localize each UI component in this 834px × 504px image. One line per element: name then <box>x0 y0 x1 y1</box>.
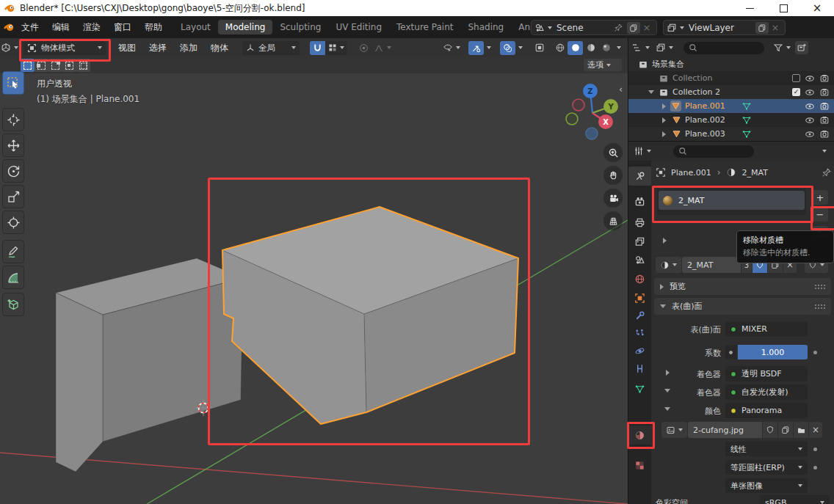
tab-modeling[interactable]: Modeling <box>218 20 273 34</box>
pin-icon[interactable] <box>614 23 623 32</box>
viewlayer-name[interactable]: ViewLayer <box>689 23 751 33</box>
animate-dot-icon[interactable] <box>813 448 817 451</box>
expand-arrow-icon[interactable] <box>662 103 666 109</box>
image-fake-user-button[interactable] <box>763 422 777 438</box>
editor-type-button[interactable] <box>0 41 19 55</box>
overlays-toggle[interactable] <box>500 41 515 55</box>
row-collection-2[interactable]: Collection 2 ✓ <box>628 85 834 99</box>
select-mode-intersect-button[interactable] <box>76 59 90 72</box>
tab-texture-paint[interactable]: Texture Paint <box>389 20 460 34</box>
hide-eye-icon[interactable] <box>805 129 815 139</box>
editor-divider[interactable] <box>628 141 834 142</box>
browse-image-button[interactable] <box>661 422 687 438</box>
pin-icon[interactable] <box>822 167 832 178</box>
outliner-search-input[interactable] <box>683 42 764 54</box>
hide-eye-icon[interactable] <box>805 73 815 84</box>
tab-scene[interactable] <box>628 250 651 269</box>
material-slot-item[interactable]: 2_MAT <box>659 191 805 210</box>
outliner-display-mode-button[interactable] <box>656 43 673 53</box>
color-dropdown[interactable]: Panorama <box>725 403 808 418</box>
tab-view-layer[interactable] <box>628 232 651 251</box>
gizmos-toggle[interactable] <box>468 41 484 55</box>
shading-dropdown[interactable] <box>614 41 624 55</box>
row-plane-001[interactable]: Plane.001 <box>628 99 834 113</box>
row-scene-collection[interactable]: 场景集合 <box>628 57 834 71</box>
exclude-checkbox[interactable] <box>792 74 800 82</box>
tool-scale[interactable] <box>2 185 24 208</box>
factor-slider[interactable]: 1.000 <box>738 345 808 359</box>
row-plane-002[interactable]: Plane.002 <box>628 113 834 127</box>
panel-preview[interactable]: 预览 <box>654 278 831 295</box>
shading-rendered-button[interactable] <box>598 41 614 55</box>
zoom-button[interactable] <box>603 143 623 162</box>
orthographic-toggle-button[interactable] <box>603 211 623 230</box>
expand-arrow-icon[interactable] <box>662 131 666 137</box>
tab-layout[interactable]: Layout <box>173 20 218 34</box>
surface-value-dropdown[interactable]: MIXER <box>725 321 808 337</box>
select-mode-invert-button[interactable] <box>62 59 76 72</box>
menu-help[interactable]: 帮助 <box>138 21 169 34</box>
tab-tool[interactable] <box>628 167 651 186</box>
menu-view[interactable]: 视图 <box>112 42 142 54</box>
tab-particles[interactable] <box>628 324 651 343</box>
open-image-button[interactable] <box>794 422 808 438</box>
interpolation-dropdown[interactable]: 线性 <box>725 442 808 456</box>
slot-expand-icon[interactable] <box>663 238 667 244</box>
camera-view-button[interactable] <box>603 189 623 208</box>
tab-output[interactable] <box>628 213 651 232</box>
unlink-scene-button[interactable]: × <box>640 22 653 34</box>
tool-cursor[interactable] <box>2 108 24 131</box>
browse-material-button[interactable] <box>656 257 681 273</box>
shader2-dropdown[interactable]: 自发光(发射) <box>725 384 808 400</box>
breadcrumb-material[interactable]: 2_MAT <box>741 168 767 178</box>
scene-selector[interactable]: Scene × <box>531 20 657 35</box>
tab-physics[interactable] <box>628 341 651 360</box>
tab-material[interactable] <box>628 426 651 445</box>
navigation-gizmo[interactable]: Z Y X <box>559 81 627 144</box>
panel-surface[interactable]: 表(曲)面 <box>654 298 831 315</box>
menu-object[interactable]: 物体 <box>204 42 235 54</box>
image-new-button[interactable] <box>778 422 793 438</box>
new-scene-button[interactable] <box>627 22 640 34</box>
tool-rotate[interactable] <box>2 159 24 183</box>
add-slot-button[interactable]: + <box>812 190 828 205</box>
collapse-arrow-icon[interactable] <box>648 90 654 94</box>
menu-render[interactable]: 渲染 <box>76 21 107 34</box>
editor-divider[interactable] <box>628 38 628 504</box>
select-mode-extend-button[interactable] <box>35 59 48 72</box>
tab-object[interactable] <box>628 288 651 307</box>
disable-render-camera-icon[interactable] <box>819 101 830 112</box>
select-mode-subtract-button[interactable] <box>48 59 62 72</box>
tab-modifiers[interactable] <box>628 306 651 325</box>
outliner-editor-button[interactable] <box>632 43 650 53</box>
expand-arrow-icon[interactable] <box>662 117 666 123</box>
properties-options-dropdown[interactable] <box>822 150 827 153</box>
minimize-button[interactable] <box>733 0 766 16</box>
breadcrumb-object[interactable]: Plane.001 <box>671 168 711 178</box>
close-button[interactable]: × <box>800 0 834 16</box>
outliner-filter-button[interactable] <box>773 43 791 53</box>
menu-edit[interactable]: 编辑 <box>46 21 76 34</box>
hide-eye-icon[interactable] <box>805 115 815 125</box>
tab-uv-editing[interactable]: UV Editing <box>328 20 389 34</box>
overlays-dropdown[interactable] <box>515 41 526 55</box>
select-mode-new-button[interactable] <box>21 59 35 72</box>
tab-object-data[interactable] <box>628 379 651 398</box>
row-plane-003[interactable]: Plane.003 <box>628 127 834 141</box>
tab-sculpting[interactable]: Sculpting <box>272 20 328 34</box>
properties-editor-button[interactable] <box>634 146 651 156</box>
shading-material-button[interactable] <box>583 41 598 55</box>
new-viewlayer-button[interactable] <box>755 22 769 34</box>
disable-render-camera-icon[interactable] <box>819 115 830 125</box>
source-dropdown[interactable]: 单张图像 <box>725 478 808 493</box>
tool-options-dropdown[interactable]: 选项 <box>584 59 622 71</box>
tab-world[interactable] <box>628 269 651 288</box>
tool-select-box[interactable] <box>2 71 24 95</box>
disable-render-camera-icon[interactable] <box>819 73 830 84</box>
visibility-dropdown[interactable] <box>439 41 464 55</box>
row-collection[interactable]: Collection <box>628 71 834 85</box>
menu-file[interactable]: 文件 <box>15 21 46 34</box>
hide-eye-icon[interactable] <box>805 87 815 98</box>
remove-viewlayer-button[interactable]: × <box>769 22 782 34</box>
disable-render-camera-icon[interactable] <box>819 87 830 98</box>
